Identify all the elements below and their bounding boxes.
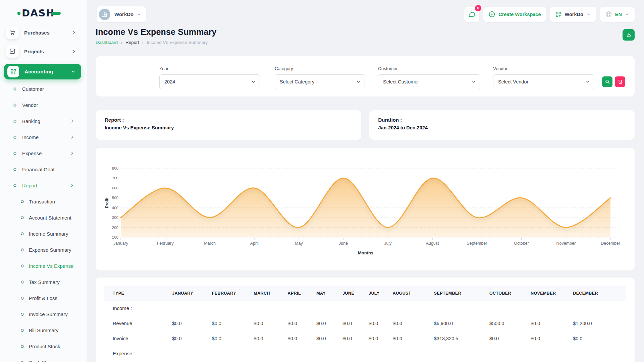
section-label: Expense : xyxy=(104,346,626,361)
building-icon xyxy=(99,9,110,20)
filter-field-vendor: VendorSelect Vendor xyxy=(493,66,594,89)
filter-field-year: Year2024 xyxy=(159,66,260,89)
filter-field-category: CategorySelect Category xyxy=(275,66,365,89)
reset-filter-button[interactable] xyxy=(615,76,625,87)
download-icon xyxy=(626,32,632,38)
workdo-menu-button[interactable]: WorkDo xyxy=(550,7,596,22)
sidebar-item-income-summary[interactable]: Income Summary xyxy=(0,226,87,242)
cell-value: $500.0 xyxy=(487,316,528,331)
messages-button[interactable]: 0 xyxy=(464,7,479,22)
column-header-october: OCTOBER xyxy=(487,286,528,301)
cell-value: $0.0 xyxy=(340,331,366,346)
bullet-ring-icon xyxy=(13,168,16,171)
search-icon xyxy=(605,79,610,84)
sidebar-item-vendor[interactable]: Vendor xyxy=(0,97,87,113)
cell-value: $0.0 xyxy=(366,316,390,331)
x-tick-label: October xyxy=(514,241,529,246)
sidebar-item-transaction[interactable]: Transaction xyxy=(0,193,87,209)
sidebar-item-label: Banking xyxy=(22,118,40,124)
vendor-select[interactable]: Select Vendor xyxy=(493,74,594,89)
bullet-ring-icon xyxy=(21,297,24,300)
sidebar-item-profit-loss[interactable]: Profit & Loss xyxy=(0,290,87,306)
y-tick-label: 800 xyxy=(112,166,118,170)
apply-filter-button[interactable] xyxy=(602,76,612,87)
report-summary-card: Report : Income Vs Expense Summary xyxy=(96,110,361,140)
chevron-down-icon xyxy=(586,12,591,17)
filter-panel: Year2024CategorySelect CategoryCustomerS… xyxy=(96,56,635,97)
profit-chart-card: 800700600500400300200100JanuaryFebruaryM… xyxy=(96,148,635,270)
sidebar-item-banking[interactable]: Banking xyxy=(0,113,87,129)
bullet-ring-icon xyxy=(21,361,24,362)
language-button[interactable]: EN xyxy=(600,7,635,22)
topbar-actions: 0 Create Workspace WorkDo xyxy=(464,7,635,22)
workspace-label: WorkDo xyxy=(114,11,133,17)
workdo-menu-label: WorkDo xyxy=(565,12,583,17)
sidebar-item-label: Purchases xyxy=(24,30,50,36)
sidebar-item-label: Invoice Summary xyxy=(29,311,68,317)
download-button[interactable] xyxy=(623,29,635,41)
sidebar-item-projects[interactable]: Projects xyxy=(6,45,78,58)
column-header-march: MARCH xyxy=(251,286,285,301)
bullet-ring-icon xyxy=(13,152,16,155)
year-select[interactable]: 2024 xyxy=(159,74,260,89)
sidebar-item-accounting[interactable]: Accounting xyxy=(4,64,81,79)
bullet-ring-icon xyxy=(21,345,24,348)
sidebar-item-invoice-summary[interactable]: Invoice Summary xyxy=(0,306,87,322)
category-select[interactable]: Select Category xyxy=(275,74,365,89)
cell-value: $0.0 xyxy=(251,316,285,331)
sidebar-item-label: Projects xyxy=(24,49,44,54)
y-tick-label: 100 xyxy=(112,235,118,239)
table-section-header: Expense : xyxy=(104,346,626,361)
sidebar-item-expense[interactable]: Expense xyxy=(0,145,87,161)
bullet-ring-icon xyxy=(13,87,16,90)
globe-icon xyxy=(605,11,612,18)
chevron-right-icon xyxy=(71,30,76,35)
bullet-ring-icon xyxy=(13,184,16,187)
language-label: EN xyxy=(615,12,622,17)
topbar: WorkDo 0 Create Workspace xyxy=(87,0,644,24)
sidebar-item-label: Expense Summary xyxy=(29,247,71,253)
y-tick-label: 200 xyxy=(112,226,118,230)
brand-logo[interactable]: DASH xyxy=(0,0,87,19)
x-tick-label: July xyxy=(384,241,392,246)
breadcrumb-report[interactable]: Report xyxy=(125,40,139,45)
row-type-label: Invoice xyxy=(104,331,169,346)
sidebar-item-purchases[interactable]: Purchases xyxy=(6,26,78,39)
accounting-submenu: CustomerVendorBankingIncomeExpenseFinanc… xyxy=(0,81,87,362)
income-vs-expense-table: TYPEJANUARYFEBRUARYMARCHAPRILMAYJUNEJULY… xyxy=(104,286,626,361)
create-workspace-button[interactable]: Create Workspace xyxy=(483,7,546,22)
sidebar-item-label: Income Vs Expense xyxy=(29,263,73,269)
cart-icon xyxy=(6,26,19,39)
sidebar-item-income-vs-expense[interactable]: Income Vs Expense xyxy=(0,258,87,274)
cell-value: $0.0 xyxy=(366,331,390,346)
sidebar-item-account-statement[interactable]: Account Statement xyxy=(0,209,87,226)
workspace-switcher[interactable]: WorkDo xyxy=(97,6,146,22)
chevron-down-icon xyxy=(71,69,76,74)
y-axis-title: Profit xyxy=(105,197,109,208)
cell-value: $1,200.0 xyxy=(570,316,626,331)
sidebar-item-product-stock[interactable]: Product Stock xyxy=(0,338,87,354)
bullet-ring-icon xyxy=(21,329,24,332)
sidebar-item-cash-flow[interactable]: Cash Flow xyxy=(0,354,87,362)
column-header-type: TYPE xyxy=(104,286,169,301)
page-title: Income Vs Expense Summary xyxy=(96,27,217,37)
column-header-january: JANUARY xyxy=(169,286,209,301)
breadcrumb-dashboard[interactable]: Dashboard xyxy=(96,40,118,45)
cell-value: $0.0 xyxy=(285,316,314,331)
sidebar-item-bill-summary[interactable]: Bill Summary xyxy=(0,322,87,338)
sidebar-item-expense-summary[interactable]: Expense Summary xyxy=(0,242,87,258)
cell-value: $0.0 xyxy=(340,316,366,331)
cell-value: $0.0 xyxy=(169,316,209,331)
sidebar-item-customer[interactable]: Customer xyxy=(0,81,87,97)
breadcrumb: Dashboard›Report›Income Vs Expense Summa… xyxy=(96,40,217,45)
customer-select[interactable]: Select Customer xyxy=(378,74,480,89)
chevron-right-icon xyxy=(70,183,74,188)
x-tick-label: August xyxy=(426,241,439,246)
sidebar-item-report[interactable]: Report xyxy=(0,177,87,193)
sidebar-item-tax-summary[interactable]: Tax Summary xyxy=(0,274,87,290)
x-tick-label: December xyxy=(601,241,620,246)
sidebar-item-financial-goal[interactable]: Financial Goal xyxy=(0,161,87,177)
filter-label: Customer xyxy=(378,66,480,71)
x-tick-label: April xyxy=(250,241,259,246)
sidebar-item-income[interactable]: Income xyxy=(0,129,87,145)
